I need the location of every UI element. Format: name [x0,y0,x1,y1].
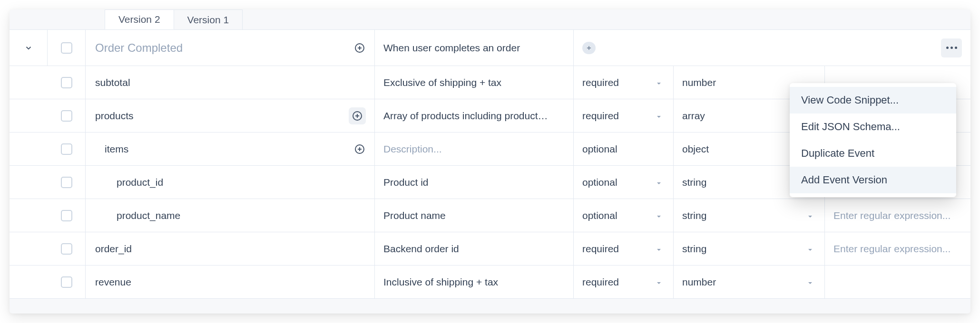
property-description-cell[interactable]: Product name [375,199,574,232]
tab-version-2[interactable]: Version 2 [105,10,174,29]
regex-cell[interactable] [825,266,970,298]
expand-spacer [10,133,48,165]
menu-item-label: Edit JSON Schema... [801,121,900,133]
row-checkbox[interactable] [61,42,72,54]
description-placeholder: Description... [383,143,442,155]
property-name-cell[interactable]: order_id [86,232,375,265]
row-checkbox[interactable] [61,276,72,288]
property-name-cell[interactable]: product_name [86,199,375,232]
event-description: When user completes an order [383,42,520,54]
type-select[interactable]: string [674,199,825,232]
menu-view-code-snippet[interactable]: View Code Snippet... [790,87,956,114]
property-description-cell[interactable]: Description... [375,133,574,165]
type-select[interactable]: string [674,232,825,265]
expand-spacer [10,66,48,99]
property-description: Inclusive of shipping + tax [383,276,498,288]
required-value: optional [582,177,617,188]
type-value: string [682,177,706,188]
tab-label: Version 2 [118,14,160,25]
type-select[interactable]: number [674,266,825,298]
checkbox-cell [48,266,86,298]
row-checkbox[interactable] [61,177,72,188]
property-name-cell[interactable]: subtotal [86,66,375,99]
property-name: products [95,110,134,122]
property-description-cell[interactable]: Array of products including product… [375,99,574,132]
plus-circle-icon[interactable] [353,42,366,54]
property-name: subtotal [95,77,130,88]
expand-cell[interactable] [10,30,48,66]
menu-duplicate-event[interactable]: Duplicate Event [790,140,956,167]
property-name-cell[interactable]: items [86,133,375,165]
row-checkbox[interactable] [61,143,72,155]
required-select[interactable]: required [574,66,674,99]
required-value: optional [582,143,617,155]
tab-version-1[interactable]: Version 1 [174,10,243,29]
menu-edit-json-schema[interactable]: Edit JSON Schema... [790,114,956,140]
more-actions-button[interactable] [941,38,962,57]
required-select[interactable]: optional [574,133,674,165]
property-name: product_id [95,177,163,188]
property-description: Exclusive of shipping + tax [383,77,501,88]
regex-placeholder: Enter regular expression... [833,210,951,221]
menu-item-label: Duplicate Event [801,147,874,160]
property-name: order_id [95,243,132,255]
property-description: Product name [383,210,446,221]
plus-circle-icon[interactable] [353,143,366,155]
caret-down-icon [655,245,664,253]
regex-cell[interactable]: Enter regular expression... [825,199,970,232]
property-row: product_name Product name optional strin… [10,199,970,232]
checkbox-cell [48,66,86,99]
event-name-cell[interactable]: Order Completed [86,30,375,66]
checkbox-cell [48,30,86,66]
chevron-down-icon [23,43,34,53]
property-description: Product id [383,177,429,188]
required-select[interactable]: required [574,232,674,265]
property-description-cell[interactable]: Exclusive of shipping + tax [375,66,574,99]
checkbox-cell [48,199,86,232]
property-name-cell[interactable]: product_id [86,166,375,199]
row-checkbox[interactable] [61,77,72,88]
event-name: Order Completed [95,41,183,55]
required-value: required [582,276,619,288]
event-tag-cell [574,30,674,66]
event-description-cell[interactable]: When user completes an order [375,30,574,66]
menu-add-event-version[interactable]: Add Event Version [790,167,956,193]
required-select[interactable]: required [574,266,674,298]
add-child-button[interactable] [349,107,366,124]
row-checkbox[interactable] [61,243,72,255]
caret-down-icon [806,245,815,253]
type-value: array [682,110,705,122]
add-tag-button[interactable] [582,42,596,54]
menu-item-label: View Code Snippet... [801,94,899,106]
expand-spacer [10,166,48,199]
menu-item-label: Add Event Version [801,174,887,186]
type-value: number [682,77,716,88]
required-value: required [582,110,619,122]
checkbox-cell [48,166,86,199]
property-description-cell[interactable]: Product id [375,166,574,199]
property-name-cell[interactable]: revenue [86,266,375,298]
property-description-cell[interactable]: Inclusive of shipping + tax [375,266,574,298]
property-description: Backend order id [383,243,459,255]
regex-placeholder: Enter regular expression... [833,243,951,255]
property-description-cell[interactable]: Backend order id [375,232,574,265]
regex-cell[interactable]: Enter regular expression... [825,232,970,265]
expand-spacer [10,232,48,265]
checkbox-cell [48,133,86,165]
row-checkbox[interactable] [61,110,72,122]
caret-down-icon [655,178,664,187]
required-value: optional [582,210,617,221]
row-checkbox[interactable] [61,210,72,221]
property-name: product_name [95,210,180,221]
required-select[interactable]: optional [574,166,674,199]
event-header-row: Order Completed When user completes an o… [10,30,970,66]
property-name-cell[interactable]: products [86,99,375,132]
required-select[interactable]: optional [574,199,674,232]
expand-spacer [10,99,48,132]
caret-down-icon [655,112,664,120]
schema-editor-frame: Version 2 Version 1 Order Completed [10,10,970,314]
required-select[interactable]: required [574,99,674,132]
type-value: string [682,210,706,221]
required-value: required [582,243,619,255]
property-row: revenue Inclusive of shipping + tax requ… [10,266,970,299]
